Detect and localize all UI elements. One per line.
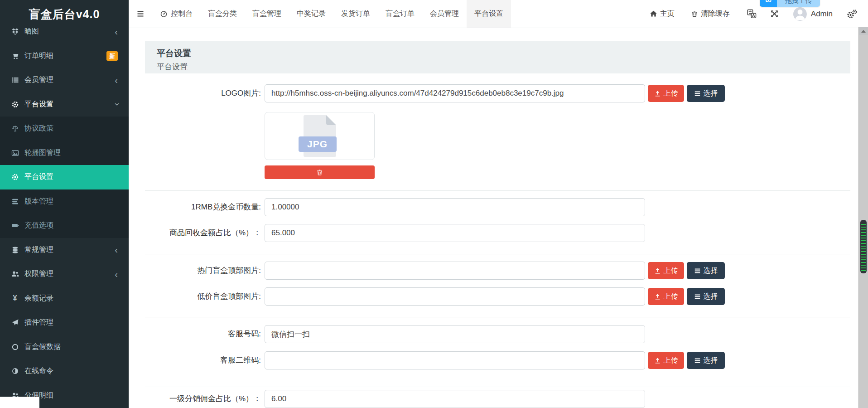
image-icon [11,149,19,157]
navbar-utilities: 主页 清除缓存 Admin [650,0,868,28]
commission-input[interactable] [265,390,645,408]
tab-box-orders[interactable]: 盲盒订单 [378,0,422,28]
low-box-choose-button[interactable]: 选择 [687,288,725,305]
divider [145,387,850,387]
tab-ship-orders[interactable]: 发货订单 [333,0,378,28]
expand-icon [770,10,779,18]
sidebar-item-label: 插件管理 [24,318,118,327]
delete-thumbnail-button[interactable] [265,165,375,179]
sidebar-item-recharge-options[interactable]: 充值选项 [0,214,129,238]
logo-url-input[interactable] [265,84,645,102]
sidebar-item-label: 版本管理 [24,197,118,206]
sidebar-item-plugins[interactable]: 插件管理 [0,311,129,335]
tab-win-records[interactable]: 中奖记录 [289,0,333,28]
sidebar-toggle-button[interactable] [129,0,152,28]
tab-members[interactable]: 会员管理 [422,0,467,28]
scrollbar[interactable] [858,27,868,408]
database-icon [11,246,19,254]
sidebar-item-online-commands[interactable]: 在线命令 [0,359,129,384]
gear-icon [11,173,19,181]
logo-image-label: LOGO图片: [145,84,261,102]
page-fold [326,115,336,125]
tab-label: 盲盒分类 [208,9,237,19]
sidebar-item-carousel-manage[interactable]: 轮播图管理 [0,141,129,165]
yen-icon: ¥ [11,294,19,302]
sidebar-item-agreement-policy[interactable]: 协议政策 [0,117,129,141]
arrow-up-icon [861,30,866,33]
hot-box-upload-button[interactable]: 上传 [648,262,684,279]
layers-icon [11,198,19,205]
hamburger-icon [136,10,145,18]
choose-button-label: 选择 [704,266,718,276]
cart-icon [11,52,19,60]
recycle-percent-input[interactable] [265,224,645,242]
sidebar-item-version-manage[interactable]: 版本管理 [0,189,129,214]
sidebar-item-photos[interactable]: 晒图 ‹ [0,28,129,44]
list-icon [11,76,19,84]
service-qr-input[interactable] [265,351,645,369]
scales-icon [11,125,19,132]
fullscreen-button[interactable] [770,10,779,18]
dashboard-icon [160,10,168,18]
settings-button[interactable] [846,9,857,19]
divider [145,190,850,191]
hot-box-image-label: 热门盲盒顶部图片: [145,262,261,280]
main-content: 平台设置 平台设置 LOGO图片: 上传 选择 JPG 1RMB兑换金币数量: … [129,28,859,408]
tab-label: 发货订单 [341,9,370,19]
service-qr-upload-button[interactable]: 上传 [648,352,684,369]
home-label: 主页 [660,9,675,19]
low-box-image-input[interactable] [265,287,645,306]
logo-upload-button[interactable]: 上传 [648,85,684,102]
home-link[interactable]: 主页 [650,9,675,19]
sidebar-item-label: 充值选项 [24,221,118,230]
upload-icon [654,267,661,274]
tab-box-manage[interactable]: 盲盒管理 [245,0,289,28]
trash-icon [316,169,323,176]
tab-box-category[interactable]: 盲盒分类 [200,0,245,28]
logo-thumbnail-card: JPG [265,112,375,160]
user-menu[interactable]: Admin [793,7,833,21]
list-icon [694,267,701,274]
dropbox-icon [11,28,19,35]
hot-box-choose-button[interactable]: 选择 [687,262,725,279]
sidebar-item-members[interactable]: 会员管理 ‹ [0,68,129,92]
avatar [793,7,807,21]
tab-platform-settings[interactable]: 平台设置 [467,0,511,28]
gear-icon [11,101,19,108]
rmb-rate-input[interactable] [265,198,645,216]
clear-cache-button[interactable]: 清除缓存 [691,9,730,19]
service-qr-label: 客服二维码: [145,351,261,369]
commission-label: 一级分销佣金占比（%）： [145,390,261,408]
sidebar-item-order-details[interactable]: 订单明细 新 [0,44,129,68]
tab-dashboard[interactable]: 控制台 [152,0,200,28]
page-subtitle: 平台设置 [157,62,839,72]
sidebar-item-platform-settings-parent[interactable]: 平台设置 ‹ [0,92,129,117]
sidebar-item-balance-records[interactable]: ¥ 余额记录 [0,287,129,311]
clear-cache-label: 清除缓存 [701,9,730,19]
rmb-rate-label: 1RMB兑换金币数量: [145,198,261,216]
sidebar-item-label: 轮播图管理 [24,148,118,158]
service-qr-choose-button[interactable]: 选择 [687,352,725,369]
sidebar-item-permissions[interactable]: 权限管理 ‹ [0,262,129,287]
chevron-left-icon: ‹ [115,245,118,254]
drag-upload-widget[interactable]: ∞ 拖拽上传 [760,0,820,7]
logo-choose-button[interactable]: 选择 [687,85,725,102]
low-box-upload-button[interactable]: 上传 [648,288,684,305]
adjust-icon [11,367,19,375]
upload-icon [654,293,661,300]
upload-button-label: 上传 [664,89,678,98]
sidebar-item-platform-settings[interactable]: 平台设置 [0,165,129,189]
list-icon [694,293,701,300]
sidebar-item-label: 订单明细 [24,51,106,61]
username: Admin [811,10,833,19]
jpg-file-icon: JPG [304,115,336,157]
service-number-input[interactable] [265,325,645,343]
hot-box-image-input[interactable] [265,262,645,280]
sidebar-item-general-manage[interactable]: 常规管理 ‹ [0,238,129,262]
translate-button[interactable] [747,9,757,19]
scrollbar-up-button[interactable] [859,27,868,35]
scrollbar-thumb[interactable] [860,220,867,273]
tab-label: 中奖记录 [297,9,326,19]
sidebar-item-fake-data[interactable]: 盲盒假数据 [0,335,129,359]
main-menu: 控制台 盲盒分类 盲盒管理 中奖记录 发货订单 盲盒订单 会员管理 平台设置 [129,0,511,28]
